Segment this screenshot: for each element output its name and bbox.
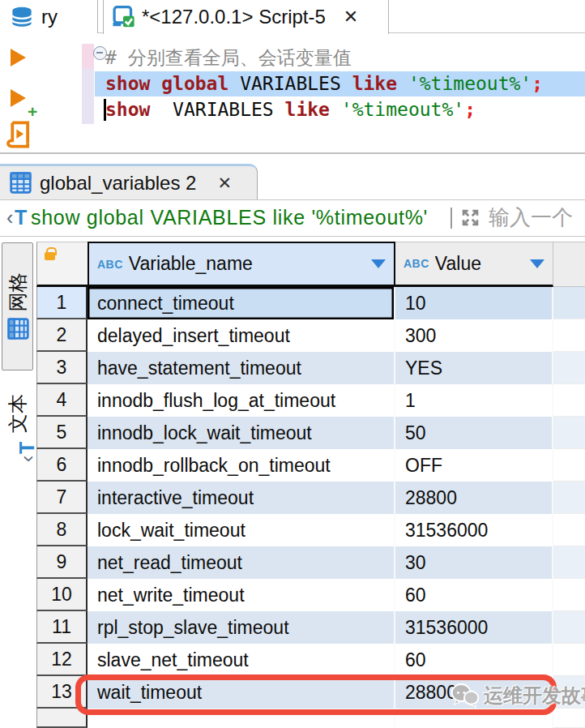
variable-name-cell[interactable]: interactive_timeout bbox=[88, 482, 395, 514]
value-cell[interactable]: 60 bbox=[395, 644, 553, 676]
variable-name-cell[interactable]: innodb_lock_wait_timeout bbox=[88, 417, 395, 449]
sql-delimiter: ; bbox=[532, 73, 543, 94]
code-comment-line[interactable]: # 分别查看全局、会话变量值 bbox=[0, 45, 585, 71]
side-tab-text-view[interactable]: 文本 bbox=[2, 383, 33, 473]
table-row[interactable]: 9net_read_timeout30 bbox=[36, 546, 585, 579]
value-cell[interactable]: 31536000 bbox=[395, 611, 553, 644]
row-number-header[interactable] bbox=[36, 242, 88, 287]
database-icon bbox=[11, 6, 33, 28]
value-cell[interactable]: 28800 bbox=[395, 482, 553, 514]
string-type-icon: ABC bbox=[404, 257, 429, 270]
empty-cell bbox=[553, 319, 585, 352]
variable-name-cell[interactable]: connect_timeout bbox=[88, 287, 395, 319]
side-tab-label: 网格 bbox=[5, 273, 31, 312]
empty-cell bbox=[553, 579, 585, 611]
side-tab-grid-view[interactable]: 网格 bbox=[2, 242, 33, 370]
variable-name-cell[interactable]: lock_wait_timeout bbox=[88, 514, 395, 546]
close-icon[interactable]: ✕ bbox=[344, 6, 358, 28]
sql-script-icon bbox=[111, 5, 135, 29]
sql-keyword: like bbox=[285, 99, 330, 120]
table-row[interactable]: 8lock_wait_timeout31536000 bbox=[36, 514, 585, 546]
table-row[interactable]: 7interactive_timeout28800 bbox=[36, 482, 585, 514]
tab-script-editor[interactable]: *<127.0.0.1> Script-5 ✕ bbox=[103, 0, 389, 34]
empty-cell bbox=[553, 546, 585, 579]
empty-cell bbox=[553, 611, 585, 644]
chevron-down-icon[interactable] bbox=[530, 259, 544, 268]
column-header-variable-name[interactable]: ABC Variable_name bbox=[88, 242, 395, 287]
maximize-icon[interactable] bbox=[459, 207, 481, 229]
sql-comment: # 分别查看全局、会话变量值 bbox=[105, 47, 352, 68]
row-number[interactable]: 9 bbox=[36, 546, 88, 579]
watermark-text: 运维开发故事 bbox=[484, 683, 585, 709]
grid-header-row: ABC Variable_name ABC Value bbox=[36, 242, 585, 287]
results-filter-bar[interactable]: show global VARIABLES like '%timeout%' 输… bbox=[0, 199, 585, 237]
column-header-label: Value bbox=[435, 253, 525, 275]
row-number[interactable]: 8 bbox=[36, 514, 88, 546]
table-row[interactable]: 6innodb_rollback_on_timeoutOFF bbox=[36, 449, 585, 482]
results-grid: ABC Variable_name ABC Value 1connect_tim… bbox=[36, 242, 585, 728]
variable-name-cell[interactable]: have_statement_timeout bbox=[88, 352, 395, 384]
code-line-selected[interactable]: show global VARIABLES like '%timeout%'; bbox=[0, 71, 585, 96]
value-cell[interactable]: 31536000 bbox=[395, 514, 553, 546]
tab-connection[interactable]: ry bbox=[0, 0, 98, 33]
row-number[interactable]: 1 bbox=[36, 287, 88, 319]
variable-name-cell[interactable]: rpl_stop_slave_timeout bbox=[88, 611, 395, 644]
sql-keyword: like bbox=[352, 73, 397, 94]
results-tab[interactable]: global_variables 2 ✕ bbox=[0, 164, 258, 199]
variable-name-cell[interactable]: slave_net_timeout bbox=[88, 644, 395, 676]
lock-icon bbox=[45, 252, 55, 260]
side-tab-label: 文本 bbox=[5, 394, 31, 433]
table-row[interactable]: 5innodb_lock_wait_timeout50 bbox=[36, 417, 585, 449]
value-cell[interactable]: 50 bbox=[395, 417, 553, 449]
value-cell[interactable]: 60 bbox=[395, 579, 553, 611]
table-row[interactable]: 3have_statement_timeoutYES bbox=[36, 352, 585, 384]
table-row[interactable]: 10net_write_timeout60 bbox=[36, 579, 585, 611]
empty-cell bbox=[553, 514, 585, 546]
column-header-value[interactable]: ABC Value bbox=[395, 242, 553, 287]
table-row[interactable]: 1connect_timeout10 bbox=[36, 287, 585, 319]
value-cell[interactable]: OFF bbox=[395, 449, 553, 482]
results-tab-label: global_variables 2 bbox=[40, 172, 196, 195]
table-row[interactable]: 11rpl_stop_slave_timeout31536000 bbox=[36, 611, 585, 644]
table-row[interactable]: 12slave_net_timeout60 bbox=[36, 644, 585, 676]
table-row[interactable]: 2delayed_insert_timeout300 bbox=[36, 319, 585, 352]
empty-cell bbox=[553, 449, 585, 482]
empty-cell bbox=[553, 644, 585, 676]
row-number[interactable]: 2 bbox=[36, 319, 88, 352]
dbeaver-window: ry *<127.0.0.1> Script-5 ✕ # 分别查看全局、会话变量… bbox=[0, 0, 585, 728]
close-icon[interactable]: ✕ bbox=[217, 173, 232, 193]
table-row[interactable]: 4innodb_flush_log_at_timeout1 bbox=[36, 384, 585, 417]
text-cursor bbox=[104, 99, 106, 121]
row-number[interactable]: 6 bbox=[36, 449, 88, 482]
code-line[interactable]: show VARIABLES like '%timeout%'; bbox=[0, 97, 585, 122]
sql-string: '%timeout%' bbox=[330, 99, 464, 120]
execute-script-icon[interactable] bbox=[6, 120, 32, 149]
value-cell[interactable]: YES bbox=[395, 352, 553, 384]
row-number[interactable]: 7 bbox=[36, 482, 88, 514]
value-cell[interactable]: 10 bbox=[395, 287, 553, 319]
variable-name-cell[interactable]: net_read_timeout bbox=[88, 546, 395, 579]
pane-divider[interactable] bbox=[0, 152, 585, 154]
variable-name-cell[interactable]: net_write_timeout bbox=[88, 579, 395, 611]
sql-editor[interactable]: # 分别查看全局、会话变量值 show global VARIABLES lik… bbox=[0, 34, 585, 152]
row-number[interactable]: 11 bbox=[36, 611, 88, 644]
value-cell[interactable]: 300 bbox=[395, 319, 553, 352]
tab-label: ry bbox=[41, 6, 58, 28]
empty-header-cell bbox=[553, 242, 585, 287]
row-number[interactable]: 10 bbox=[36, 579, 88, 611]
variable-name-cell[interactable]: delayed_insert_timeout bbox=[88, 319, 395, 352]
grid-icon bbox=[6, 319, 28, 340]
filter-query-text[interactable]: show global VARIABLES like '%timeout%' bbox=[31, 206, 428, 229]
filter-placeholder: 输入一个 bbox=[489, 203, 573, 232]
editor-tab-bar: ry *<127.0.0.1> Script-5 ✕ bbox=[0, 0, 585, 33]
value-cell[interactable]: 1 bbox=[395, 384, 553, 417]
variable-name-cell[interactable]: innodb_flush_log_at_timeout bbox=[88, 384, 395, 417]
sql-string: '%timeout%' bbox=[397, 73, 532, 94]
chevron-down-icon[interactable] bbox=[371, 259, 386, 268]
row-number[interactable]: 12 bbox=[36, 644, 88, 676]
variable-name-cell[interactable]: innodb_rollback_on_timeout bbox=[88, 449, 395, 482]
value-cell[interactable]: 30 bbox=[395, 546, 553, 579]
row-number[interactable]: 4 bbox=[36, 384, 88, 417]
row-number[interactable]: 5 bbox=[36, 417, 88, 449]
row-number[interactable]: 3 bbox=[36, 352, 88, 384]
